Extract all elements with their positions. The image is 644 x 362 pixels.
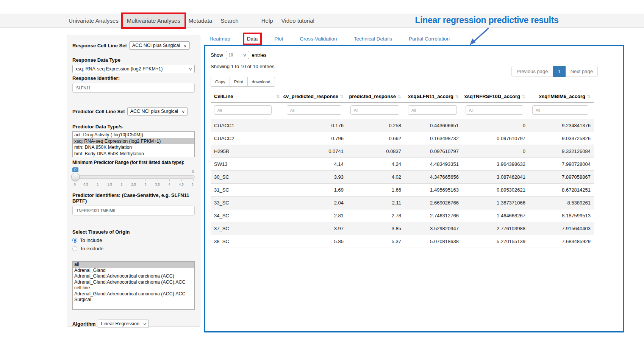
slider-track[interactable] xyxy=(72,175,195,179)
copy-button[interactable]: Copy xyxy=(211,77,230,87)
column-header-predicted-response[interactable]: predicted_response⇅ xyxy=(347,90,405,103)
nav-item-search[interactable]: Search xyxy=(216,14,243,27)
chevron-down-icon: ∨ xyxy=(143,322,147,326)
listbox-option-adrenal-gland-adrenocortical-carcinoma-acc-acc-surgical[interactable]: Adrenal_Gland:Adrenocortical carcinoma (… xyxy=(73,291,194,303)
slider-tick-label: 0.5 xyxy=(83,183,88,186)
nav-item-multivariate-analyses[interactable]: Multivariate Analyses xyxy=(123,14,184,27)
column-header-cv-predicted-response[interactable]: cv_predicted_response⇅ xyxy=(283,90,347,103)
predictor-cell-line-set-value: ACC NCI plus Surgical xyxy=(130,109,178,114)
slider-tick xyxy=(122,179,122,181)
algorithm-select[interactable]: Linear Regression ∨ xyxy=(98,320,149,328)
column-header-xsqtmbim6-accorg[interactable]: xsqTMBIM6_accorg⇅ xyxy=(529,90,594,103)
slider-ticks: 00.511.522.533.544.55 xyxy=(74,179,193,188)
column-filter-input-xsqslfn11-accorg[interactable] xyxy=(408,105,457,115)
table-cell: 2.669026766 xyxy=(405,197,462,209)
next-page-button[interactable]: Next page xyxy=(566,66,598,77)
table-cell: 0.796 xyxy=(283,132,347,145)
tab-partial-correlation[interactable]: Partial Correlation xyxy=(406,34,452,44)
sort-icon: ⇅ xyxy=(397,94,401,99)
table-cell: 5.85 xyxy=(283,235,347,248)
sort-icon: ⇅ xyxy=(587,94,591,99)
predictor-cell-line-set-label: Predictor Cell Line Set xyxy=(72,109,125,114)
listbox-option-act-drug-activity-log10-ic50m[interactable]: act: Drug Activity (-log10[IC50M]) xyxy=(73,132,194,138)
listbox-option-mth-dna-850k-methylation[interactable]: mth: DNA 850K Methylation xyxy=(73,144,194,151)
table-cell: 33_SC xyxy=(211,197,283,209)
tab-plot[interactable]: Plot xyxy=(272,34,286,44)
nav-item-metadata[interactable]: Metadata xyxy=(184,14,217,27)
response-identifier-input[interactable]: SLFN11 xyxy=(72,83,195,93)
column-header-content: predicted_response⇅ xyxy=(350,94,401,99)
listbox-option-adrenal-gland-adrenocortical-carcinoma-acc-acc-cell-line[interactable]: Adrenal_Gland:Adrenocortical carcinoma (… xyxy=(73,279,194,291)
show-label: Show xyxy=(211,52,223,58)
column-filter-input-cellline[interactable] xyxy=(214,105,272,115)
filter-cell-predicted-response xyxy=(347,103,405,119)
nav-item-univariate-analyses[interactable]: Univariate Analyses xyxy=(64,14,123,27)
column-header-xsqslfn11-accorg[interactable]: xsqSLFN11_accorg⇅ xyxy=(405,90,462,103)
sort-icon: ⇅ xyxy=(455,94,459,99)
slider-tick-label: 3.5 xyxy=(155,183,160,186)
table-cell: 4.14 xyxy=(283,158,347,171)
column-filter-input-cv-predicted-response[interactable] xyxy=(287,105,341,115)
tab-data[interactable]: Data xyxy=(244,34,261,44)
table-filter-row xyxy=(211,103,594,119)
column-filter-input-predicted-response[interactable] xyxy=(350,105,399,115)
slider-tick xyxy=(169,179,170,181)
column-header-xsqtnfrsf10d-accorg[interactable]: xsqTNFRSF10D_accorg⇅ xyxy=(462,90,529,103)
column-header-label: cv_predicted_response xyxy=(283,94,338,99)
table-row: H295R0.07410.08370.09761079709.332126084 xyxy=(211,145,594,158)
response-data-type-select[interactable]: xsq: RNA-seq Expression (log2 FPKM+1) ∨ xyxy=(72,65,195,73)
table-cell: 0.163498732 xyxy=(405,132,462,145)
table-cell: 3.964398632 xyxy=(462,158,529,171)
print-button[interactable]: Print xyxy=(230,77,248,87)
table-cell: 30_SC xyxy=(211,171,283,184)
table-cell: CUACC1 xyxy=(211,119,283,132)
table-cell: 7.990728004 xyxy=(529,158,594,171)
tab-heatmap[interactable]: Heatmap xyxy=(207,34,233,44)
table-cell: 38_SC xyxy=(211,235,283,248)
table-cell: 9.033725826 xyxy=(529,132,594,145)
nav-item-help[interactable]: Help xyxy=(257,14,277,27)
slider-handle[interactable] xyxy=(71,173,80,181)
listbox-option-adrenal-gland-adrenocortical-carcinoma-acc[interactable]: Adrenal_Gland:Adrenocortical carcinoma (… xyxy=(73,273,194,279)
response-cell-line-set-label: Response Cell Line Set xyxy=(72,43,127,48)
table-cell: 1.464668267 xyxy=(462,209,529,222)
radio-to-include[interactable]: To include xyxy=(72,237,195,243)
listbox-option-bmt-body-dna-850k-methylation[interactable]: bmt: Body DNA 850K Methylation xyxy=(73,151,194,157)
previous-page-button[interactable]: Previous page xyxy=(511,66,553,77)
listbox-option-adrenal-gland[interactable]: Adrenal_Gland xyxy=(73,268,194,274)
sort-icon: ⇅ xyxy=(340,94,344,99)
listbox-option-all[interactable]: all xyxy=(73,262,194,268)
tissue-origin-label: Select Tissue/s of Origin xyxy=(72,229,195,235)
response-cell-line-set-select[interactable]: ACC NCI plus Surgical ∨ xyxy=(129,41,190,50)
download-button[interactable]: download xyxy=(247,77,275,87)
column-filter-input-xsqtnfrsf10d-accorg[interactable] xyxy=(466,105,523,115)
table-cell: 2.04 xyxy=(283,197,347,209)
table-cell: 1.367371066 xyxy=(462,197,529,209)
table-header-row: CellLine⇅cv_predicted_response⇅predicted… xyxy=(211,90,594,103)
predictor-cell-line-set-row: Predictor Cell Line Set ACC NCI plus Sur… xyxy=(72,107,195,115)
radio-to-exclude[interactable]: To exclude xyxy=(72,246,195,251)
table-cell: 2.78 xyxy=(347,209,405,222)
table-cell: 4.24 xyxy=(347,158,405,171)
tab-cross-validation[interactable]: Cross-Validation xyxy=(297,34,340,44)
predictor-cell-line-set-select[interactable]: ACC NCI plus Surgical ∨ xyxy=(127,107,188,115)
chevron-down-icon: ∨ xyxy=(243,53,247,57)
export-button-group: CopyPrintdownload xyxy=(211,77,275,87)
table-cell: 5.37 xyxy=(347,235,405,248)
nav-item-video-tutorial[interactable]: Video tutorial xyxy=(277,14,319,27)
slider-tick xyxy=(181,179,182,181)
listbox-option-xsq-rna-seq-expression-log2-fpkm-1[interactable]: xsq: RNA-seq Expression (log2 FPKM+1) xyxy=(73,138,194,145)
table-cell: 0.662 xyxy=(347,132,405,145)
annotation-arrow-icon xyxy=(467,26,493,47)
show-entries-select[interactable]: 10 ∨ xyxy=(226,51,249,59)
entries-label: entries xyxy=(252,52,267,58)
tab-technical-details[interactable]: Technical Details xyxy=(351,34,395,44)
table-cell: CUACC2 xyxy=(211,132,283,145)
column-filter-input-xsqtmbim6-accorg[interactable] xyxy=(532,105,588,115)
page-number-button[interactable]: 1 xyxy=(553,66,566,77)
slider-tick-label: 3 xyxy=(144,183,146,186)
predictor-data-types-listbox: act: Drug Activity (-log10[IC50M])xsq: R… xyxy=(72,131,195,157)
slider-tick xyxy=(86,179,86,181)
column-header-cellline[interactable]: CellLine⇅ xyxy=(211,90,283,103)
predictor-identifiers-input[interactable]: TNFRSF10D TMBIM6 xyxy=(72,206,195,215)
